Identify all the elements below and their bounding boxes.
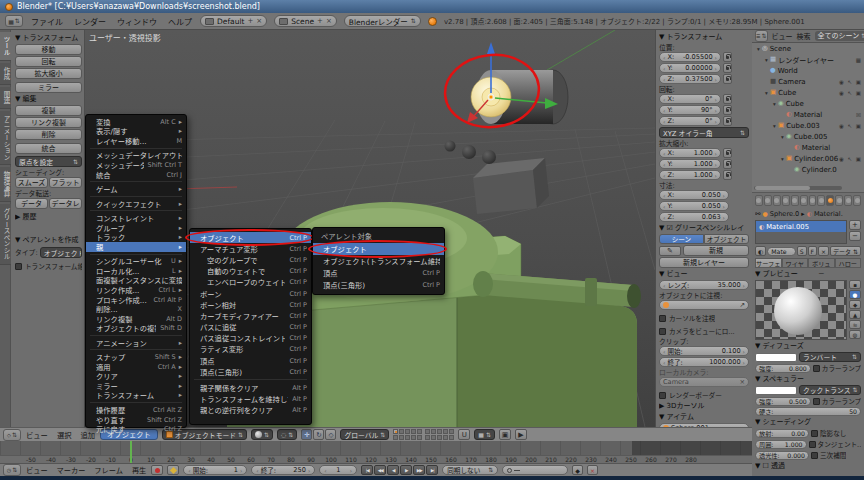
menu-item-ラティス変形[interactable]: ラティス変形Ctrl P — [190, 344, 311, 355]
join-button[interactable]: 統合 — [15, 143, 82, 154]
スムーズ-button[interactable]: スムーズ — [15, 177, 48, 188]
layer-cell[interactable] — [393, 435, 398, 440]
outliner-row-Material[interactable]: ◐Material☒ — [752, 109, 864, 120]
scene-selector[interactable]: Scene + × — [274, 15, 337, 27]
shading-checkbox-三次補間[interactable] — [811, 452, 818, 459]
screen-layout-selector[interactable]: Default + × — [200, 15, 267, 27]
prev-keyframe-button[interactable]: ◀◀ — [374, 465, 386, 475]
menu-item-パスに追従[interactable]: パスに追従Ctrl P — [190, 322, 311, 333]
parent-type-dropdown[interactable]: オブジェクト⇅ — [40, 247, 82, 258]
panel-header-make-parent[interactable]: ▼ ペアレントを作成 — [15, 236, 82, 245]
panel-header-transform[interactable]: ▼ トランスフォーム — [15, 34, 82, 43]
menu-item-プロキシ作成...[interactable]: プロキシ作成...Ctrl Alt P — [86, 295, 186, 305]
orientation-dropdown[interactable]: グローバル⇅ — [340, 429, 389, 440]
manipulator-scale-icon[interactable]: ◇ — [325, 429, 336, 440]
timeline-track[interactable] — [0, 441, 752, 455]
menu-item-統合[interactable]: 統合Ctrl J — [86, 170, 186, 180]
outliner-row-Camera[interactable]: ■Camera◉ ↖ ▣ — [752, 76, 864, 87]
outliner-row-Cylinder.006[interactable]: ▾▣Cylinder.006◉ ↖ ▣ — [752, 153, 864, 164]
view3d-menu-ビュー[interactable]: ビュー — [25, 430, 49, 440]
plus-icon[interactable]: + — [247, 17, 253, 25]
outliner-row-Material[interactable]: ◐Material — [752, 142, 864, 153]
menu-item-頂点(三角形)[interactable]: 頂点(三角形)Ctrl P — [190, 366, 311, 377]
layer-cell[interactable] — [449, 429, 454, 434]
lens-field[interactable]: ‹レンズ:35.000› — [659, 280, 749, 290]
material-type-tab-ボリュー[interactable]: ボリュー — [808, 258, 835, 268]
gp-new-button[interactable]: 新規 — [683, 245, 749, 256]
breadcrumb-item[interactable]: Material. — [814, 210, 843, 218]
layer-cell[interactable] — [425, 429, 430, 434]
timeline-menu-再生[interactable]: 再生 — [131, 465, 147, 475]
material-name-field[interactable]: Mate — [767, 247, 796, 256]
menu-item-操作履歴[interactable]: 操作履歴Ctrl Alt Z — [86, 405, 186, 415]
number-field-Y:0.050[interactable]: ‹Y:0.050› — [659, 201, 729, 211]
set-origin-dropdown[interactable]: 原点を設定⇅ — [15, 156, 82, 167]
outliner-row-Cube[interactable]: ▾▣Cube◉ ↖ ▣ — [752, 87, 864, 98]
fake-user-button[interactable]: F — [808, 246, 817, 256]
current-frame-field[interactable]: ‹1› — [319, 465, 357, 475]
menu-item-パス追従コンストレイント[interactable]: パス追従コンストレイントCtrl P — [190, 333, 311, 344]
number-field-Z:0°[interactable]: ‹Z:0°› — [659, 116, 721, 126]
menu-item-空のグループで[interactable]: 空のグループでCtrl P — [190, 254, 311, 265]
outliner-row-Scene[interactable]: ▾◎Scene — [752, 43, 864, 54]
plus-icon[interactable]: + — [317, 17, 323, 25]
menu-item-親との逆行列をクリア[interactable]: 親との逆行列をクリアAlt P — [190, 405, 311, 416]
menu-item-頂点(三角形)[interactable]: 頂点(三角形)Ctrl P — [313, 279, 444, 291]
layer-cell[interactable] — [437, 435, 442, 440]
menu-item-表示/隠す[interactable]: 表示/隠す▸ — [86, 127, 186, 137]
play-button[interactable]: ▶ — [400, 465, 412, 475]
frame-start-field[interactable]: ‹開始:1› — [183, 465, 247, 475]
menu-レンダー[interactable]: レンダー — [73, 16, 107, 27]
slot-remove-button[interactable]: − — [849, 231, 861, 241]
number-field-Z:0.063[interactable]: ‹Z:0.063› — [659, 212, 729, 222]
layer-cell[interactable] — [443, 435, 448, 440]
shelf-tab-物理演算[interactable]: 物理演算 — [0, 167, 11, 202]
panel-header-specular[interactable]: ▼ スペキュラー — [755, 375, 861, 384]
pivot-center-dropdown[interactable]: ◌ ⇅ — [277, 429, 297, 440]
menu-item-シングルユーザー化[interactable]: シングルユーザー化U▸ — [86, 257, 186, 267]
menu-item-親子関係をクリア[interactable]: 親子関係をクリアAlt P — [190, 382, 311, 393]
clip-start-field[interactable]: ‹開始:0.100› — [659, 346, 749, 356]
outliner-row-Cube[interactable]: ▾◉Cube — [752, 98, 864, 109]
menu-item-変換[interactable]: 変換Alt C▸ — [86, 117, 186, 127]
lock-object-field[interactable]: ↗ — [659, 300, 749, 310]
panel-header-grease-pencil[interactable]: ▼ ☑ グリースペンシルレイ — [659, 224, 749, 233]
specular-color-swatch[interactable] — [755, 386, 797, 395]
shading-checkbox-陰影なし[interactable] — [811, 430, 818, 437]
menu-item-ローカル化...[interactable]: ローカル化...L▸ — [86, 266, 186, 276]
physics-icon[interactable] — [853, 195, 861, 206]
menu-item-エンベロープのウェイトで[interactable]: エンベロープのウェイトでCtrl P — [190, 277, 311, 288]
layer-cell[interactable] — [411, 429, 416, 434]
menu-item-オブジェクトの複製[interactable]: オブジェクトの複製Shift D — [86, 323, 186, 333]
layer-cell[interactable] — [449, 435, 454, 440]
menu-item-トランスフォームを維持してクリア[interactable]: トランスフォームを維持してクリアAlt P — [190, 394, 311, 405]
lock-icon[interactable] — [723, 63, 732, 73]
複製-button[interactable]: 複製 — [15, 105, 82, 116]
diffuse-shader-dropdown[interactable]: ランバート⇅ — [799, 352, 861, 362]
shelf-tab-グリースペンシル[interactable]: グリースペンシル — [0, 204, 11, 265]
menu-item-カーブモディファイアー[interactable]: カーブモディファイアーCtrl P — [190, 310, 311, 321]
panel-header-history[interactable]: ▶ 履歴 — [15, 213, 82, 222]
リンク複製-button[interactable]: リンク複製 — [15, 117, 82, 128]
menu-item-トランスフォーム[interactable]: トランスフォーム▸ — [86, 391, 186, 401]
specular-ramp-checkbox[interactable] — [813, 398, 820, 405]
shelf-tab-ツール[interactable]: ツール — [0, 32, 11, 61]
object-icon[interactable] — [791, 195, 799, 206]
local-camera-field[interactable]: Camera× — [659, 377, 749, 387]
menu-item-自動のウェイトで[interactable]: 自動のウェイトでCtrl P — [190, 266, 311, 277]
outliner-row-Cube.003[interactable]: ▾▣Cube.003◉ ↖ ▣ — [752, 120, 864, 131]
shading-slider-周囲:[interactable]: 周囲:1.000 — [755, 440, 807, 449]
menu-item-アニメーション[interactable]: アニメーション▸ — [86, 338, 186, 348]
close-icon[interactable]: × — [256, 17, 262, 25]
material-type-tab-ワイヤー[interactable]: ワイヤー — [782, 258, 809, 268]
menu-item-やり直す[interactable]: やり直すShift Ctrl Z — [86, 415, 186, 425]
slot-add-button[interactable]: + — [849, 220, 861, 230]
layer-cell[interactable] — [425, 435, 430, 440]
texture-icon[interactable] — [835, 195, 843, 206]
menu-item-トラック[interactable]: トラック▸ — [86, 232, 186, 242]
view3d-menu-選択[interactable]: 選択 — [56, 430, 73, 440]
データレ-button[interactable]: データレ — [49, 198, 82, 209]
material-slot-Material.005[interactable]: ◐Material.005 — [756, 221, 846, 232]
editor-type-icon[interactable]: ◇⇅ — [3, 429, 21, 441]
layer-cell[interactable] — [411, 435, 416, 440]
